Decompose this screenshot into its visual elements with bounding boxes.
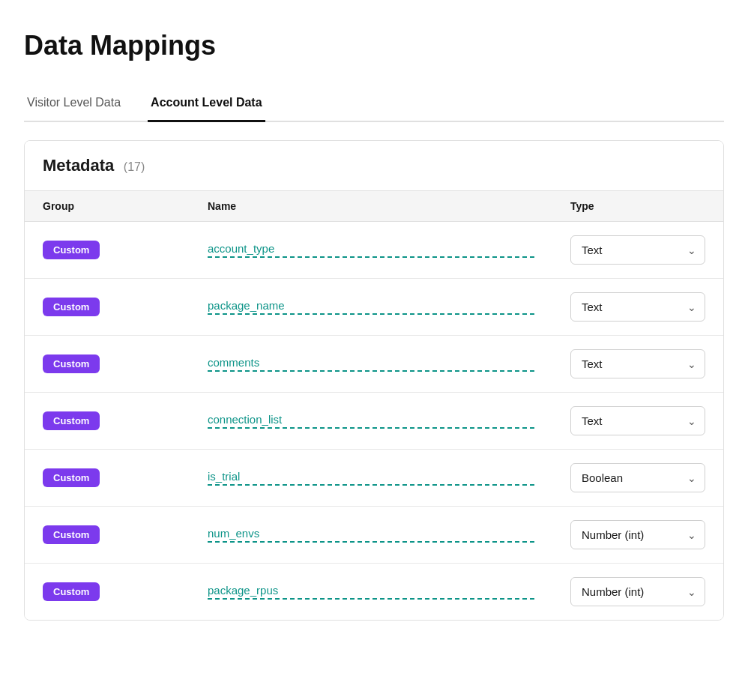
type-select[interactable]: TextBooleanNumber (int)Number (float)Dat… — [570, 292, 705, 322]
group-badge: Custom — [43, 241, 100, 259]
type-select-wrapper: TextBooleanNumber (int)Number (float)Dat… — [570, 349, 705, 378]
tab-account-level-data[interactable]: Account Level Data — [148, 88, 265, 122]
metadata-table: Group Name Type Customaccount_typeTextBo… — [25, 190, 723, 620]
field-name[interactable]: connection_list — [208, 413, 534, 429]
metadata-card: Metadata (17) Group Name Type Customacco… — [24, 140, 724, 621]
type-select[interactable]: TextBooleanNumber (int)Number (float)Dat… — [570, 235, 705, 265]
field-name[interactable]: account_type — [208, 242, 534, 258]
type-select-wrapper: TextBooleanNumber (int)Number (float)Dat… — [570, 292, 705, 322]
table-row: Customnum_envsTextBooleanNumber (int)Num… — [25, 507, 723, 564]
tab-visitor-level-data[interactable]: Visitor Level Data — [24, 88, 124, 122]
type-select[interactable]: TextBooleanNumber (int)Number (float)Dat… — [570, 520, 705, 549]
table-row: Customis_trialTextBooleanNumber (int)Num… — [25, 450, 723, 507]
group-badge: Custom — [43, 582, 100, 601]
field-name[interactable]: package_name — [208, 299, 534, 315]
metadata-count: (17) — [124, 160, 145, 173]
type-select[interactable]: TextBooleanNumber (int)Number (float)Dat… — [570, 406, 705, 435]
type-select[interactable]: TextBooleanNumber (int)Number (float)Dat… — [570, 349, 705, 378]
field-name[interactable]: comments — [208, 356, 534, 372]
table-row: CustomcommentsTextBooleanNumber (int)Num… — [25, 336, 723, 393]
field-name[interactable]: num_envs — [208, 527, 534, 543]
tab-bar: Visitor Level Data Account Level Data — [24, 88, 724, 122]
metadata-header: Metadata (17) — [25, 141, 723, 190]
type-select[interactable]: TextBooleanNumber (int)Number (float)Dat… — [570, 577, 705, 606]
field-name[interactable]: is_trial — [208, 470, 534, 486]
table-header-row: Group Name Type — [25, 191, 723, 222]
group-badge: Custom — [43, 468, 100, 487]
metadata-title: Metadata — [43, 156, 114, 175]
page-container: Data Mappings Visitor Level Data Account… — [0, 0, 748, 700]
group-badge: Custom — [43, 298, 100, 316]
page-title: Data Mappings — [24, 30, 724, 61]
table-row: Customconnection_listTextBooleanNumber (… — [25, 393, 723, 450]
type-select-wrapper: TextBooleanNumber (int)Number (float)Dat… — [570, 577, 705, 606]
col-header-group: Group — [25, 191, 190, 222]
type-select-wrapper: TextBooleanNumber (int)Number (float)Dat… — [570, 520, 705, 549]
group-badge: Custom — [43, 411, 100, 430]
group-badge: Custom — [43, 354, 100, 373]
type-select-wrapper: TextBooleanNumber (int)Number (float)Dat… — [570, 463, 705, 492]
type-select-wrapper: TextBooleanNumber (int)Number (float)Dat… — [570, 235, 705, 265]
table-row: Custompackage_rpusTextBooleanNumber (int… — [25, 564, 723, 621]
col-header-type: Type — [552, 191, 723, 222]
table-row: Customaccount_typeTextBooleanNumber (int… — [25, 222, 723, 279]
field-name[interactable]: package_rpus — [208, 584, 534, 600]
group-badge: Custom — [43, 525, 100, 544]
col-header-name: Name — [190, 191, 552, 222]
table-row: Custompackage_nameTextBooleanNumber (int… — [25, 279, 723, 336]
type-select-wrapper: TextBooleanNumber (int)Number (float)Dat… — [570, 406, 705, 435]
type-select[interactable]: TextBooleanNumber (int)Number (float)Dat… — [570, 463, 705, 492]
